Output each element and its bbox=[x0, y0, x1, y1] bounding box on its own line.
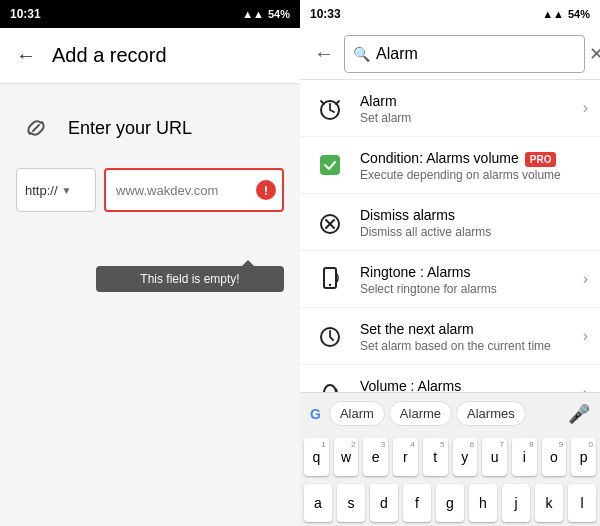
result-text: AlarmSet alarm bbox=[360, 92, 583, 125]
list-item[interactable]: Ringtone : AlarmsSelect ringtone for ala… bbox=[300, 251, 600, 308]
suggestion-alarm[interactable]: Alarm bbox=[329, 401, 385, 426]
link-icon bbox=[16, 108, 56, 148]
result-title: Set the next alarm bbox=[360, 321, 474, 337]
url-entry-section: Enter your URL bbox=[16, 108, 284, 148]
search-input[interactable] bbox=[376, 45, 576, 63]
list-item[interactable]: Set the next alarmSet alarm based on the… bbox=[300, 308, 600, 365]
search-back-button[interactable]: ← bbox=[308, 36, 340, 71]
result-icon bbox=[312, 147, 348, 183]
left-signal-icon: ▲▲ bbox=[242, 8, 264, 20]
key-h[interactable]: h bbox=[469, 484, 497, 522]
left-top-bar: ← Add a record bbox=[0, 28, 300, 84]
result-icon bbox=[312, 261, 348, 297]
dropdown-arrow-icon: ▼ bbox=[62, 185, 72, 196]
chevron-right-icon: › bbox=[583, 384, 588, 392]
result-subtitle: Dismiss all active alarms bbox=[360, 225, 588, 239]
right-battery: 54% bbox=[568, 8, 590, 20]
key-f[interactable]: f bbox=[403, 484, 431, 522]
suggestion-alarme[interactable]: Alarme bbox=[389, 401, 452, 426]
result-text: Set the next alarmSet alarm based on the… bbox=[360, 320, 583, 353]
left-status-bar: 10:31 ▲▲ 54% bbox=[0, 0, 300, 28]
key-w[interactable]: w2 bbox=[334, 438, 359, 476]
content-area: Enter your URL http:// ▼ ! This field is… bbox=[0, 84, 300, 526]
right-signal-icon: ▲▲ bbox=[542, 8, 564, 20]
keyboard-row-1: q1w2e3r4t5y6u7i8o9p0 bbox=[300, 434, 600, 480]
result-title: Volume : Alarms bbox=[360, 378, 461, 393]
key-e[interactable]: e3 bbox=[363, 438, 388, 476]
page-title: Add a record bbox=[52, 44, 167, 67]
search-bar: ← 🔍 ✕ bbox=[300, 28, 600, 80]
google-logo: G bbox=[310, 406, 321, 422]
clear-icon[interactable]: ✕ bbox=[589, 43, 600, 65]
key-y[interactable]: y6 bbox=[453, 438, 478, 476]
key-j[interactable]: j bbox=[502, 484, 530, 522]
suggestion-alarmes[interactable]: Alarmes bbox=[456, 401, 526, 426]
right-time: 10:33 bbox=[310, 7, 341, 21]
result-icon bbox=[312, 318, 348, 354]
search-box: 🔍 bbox=[344, 35, 585, 73]
key-t[interactable]: t5 bbox=[423, 438, 448, 476]
protocol-value: http:// bbox=[25, 183, 58, 198]
keyboard-row-2: asdfghjkl bbox=[300, 480, 600, 526]
result-icon bbox=[312, 204, 348, 240]
key-u[interactable]: u7 bbox=[482, 438, 507, 476]
result-subtitle: Execute depending on alarms volume bbox=[360, 168, 588, 182]
result-text: Dismiss alarmsDismiss all active alarms bbox=[360, 206, 588, 239]
result-title: Dismiss alarms bbox=[360, 207, 455, 223]
key-a[interactable]: a bbox=[304, 484, 332, 522]
result-icon bbox=[312, 90, 348, 126]
result-subtitle: Set alarm bbox=[360, 111, 583, 125]
result-title: Alarm bbox=[360, 93, 397, 109]
key-p[interactable]: p0 bbox=[571, 438, 596, 476]
svg-rect-1 bbox=[320, 155, 340, 175]
url-label: Enter your URL bbox=[68, 118, 192, 139]
list-item[interactable]: Dismiss alarmsDismiss all active alarms bbox=[300, 194, 600, 251]
result-subtitle: Set alarm based on the current time bbox=[360, 339, 583, 353]
key-l[interactable]: l bbox=[568, 484, 596, 522]
result-text: Volume : AlarmsSet volume for alarms bbox=[360, 377, 583, 393]
result-title: Condition: Alarms volumePRO bbox=[360, 150, 556, 166]
search-icon: 🔍 bbox=[353, 46, 370, 62]
list-item[interactable]: Condition: Alarms volumePROExecute depen… bbox=[300, 137, 600, 194]
left-panel: 10:31 ▲▲ 54% ← Add a record Enter your U… bbox=[0, 0, 300, 526]
pro-badge: PRO bbox=[525, 152, 557, 167]
right-panel: 10:33 ▲▲ 54% ← 🔍 ✕ AlarmSet alarm›Condit… bbox=[300, 0, 600, 526]
key-g[interactable]: g bbox=[436, 484, 464, 522]
result-text: Condition: Alarms volumePROExecute depen… bbox=[360, 149, 588, 182]
key-o[interactable]: o9 bbox=[542, 438, 567, 476]
protocol-select[interactable]: http:// ▼ bbox=[16, 168, 96, 212]
key-q[interactable]: q1 bbox=[304, 438, 329, 476]
keyboard-suggestions: G Alarm Alarme Alarmes 🎤 bbox=[300, 392, 600, 434]
chevron-right-icon: › bbox=[583, 327, 588, 345]
chevron-right-icon: › bbox=[583, 99, 588, 117]
mic-icon[interactable]: 🎤 bbox=[568, 403, 590, 425]
result-text: Ringtone : AlarmsSelect ringtone for ala… bbox=[360, 263, 583, 296]
list-item[interactable]: Volume : AlarmsSet volume for alarms› bbox=[300, 365, 600, 392]
back-button[interactable]: ← bbox=[16, 44, 36, 67]
result-icon bbox=[312, 375, 348, 392]
key-r[interactable]: r4 bbox=[393, 438, 418, 476]
key-k[interactable]: k bbox=[535, 484, 563, 522]
svg-point-4 bbox=[329, 284, 331, 286]
key-s[interactable]: s bbox=[337, 484, 365, 522]
left-battery: 54% bbox=[268, 8, 290, 20]
right-status-icons: ▲▲ 54% bbox=[542, 8, 590, 20]
error-tooltip: This field is empty! bbox=[96, 266, 284, 292]
chevron-right-icon: › bbox=[583, 270, 588, 288]
url-input-wrapper: ! bbox=[104, 168, 284, 212]
error-icon: ! bbox=[256, 180, 276, 200]
result-title: Ringtone : Alarms bbox=[360, 264, 471, 280]
list-item[interactable]: AlarmSet alarm› bbox=[300, 80, 600, 137]
url-input-row: http:// ▼ ! bbox=[16, 168, 284, 212]
key-i[interactable]: i8 bbox=[512, 438, 537, 476]
left-time: 10:31 bbox=[10, 7, 41, 21]
right-status-bar: 10:33 ▲▲ 54% bbox=[300, 0, 600, 28]
left-status-icons: ▲▲ 54% bbox=[242, 8, 290, 20]
result-subtitle: Select ringtone for alarms bbox=[360, 282, 583, 296]
key-d[interactable]: d bbox=[370, 484, 398, 522]
results-list: AlarmSet alarm›Condition: Alarms volumeP… bbox=[300, 80, 600, 392]
